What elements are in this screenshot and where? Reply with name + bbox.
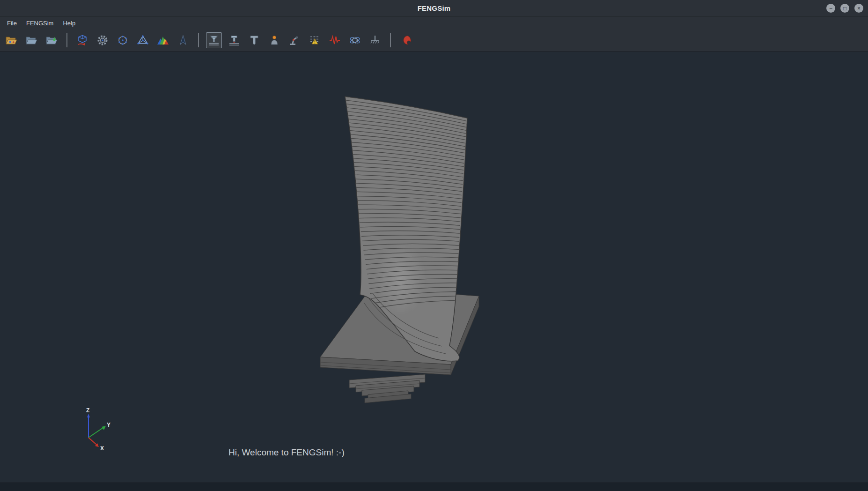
menu-fengsim[interactable]: FENGSim (22, 18, 58, 28)
robot-arm-icon (288, 34, 301, 46)
robot-icon (268, 34, 280, 46)
mesh-icon (117, 34, 129, 46)
status-bar (0, 483, 868, 491)
axis-x-label: X (100, 445, 104, 452)
maximize-button[interactable]: □ (840, 4, 849, 13)
postprocess-button[interactable] (155, 32, 171, 48)
toolbar-separator (390, 33, 391, 47)
axis-y-label: Y (107, 422, 110, 428)
robot-button[interactable] (266, 32, 282, 48)
toolbar-separator (198, 33, 199, 47)
mesh-button[interactable] (115, 32, 131, 48)
orbit-settings-button[interactable] (347, 32, 363, 48)
fem-icon (137, 34, 149, 46)
physics-icon (96, 34, 109, 46)
slicing-button[interactable] (206, 32, 222, 48)
support-icon (369, 34, 381, 46)
close-icon: × (857, 6, 861, 11)
save-project-icon (45, 34, 58, 46)
axis-z-label: Z (86, 407, 89, 414)
inspection-button[interactable] (307, 32, 323, 48)
open-model-button[interactable] (3, 32, 19, 48)
fem-button[interactable] (135, 32, 151, 48)
blade-root (349, 374, 425, 403)
slicing-icon (208, 34, 220, 46)
signal-icon (329, 34, 341, 46)
probe-button[interactable] (175, 32, 191, 48)
milling-icon (248, 34, 260, 46)
milling-button[interactable] (246, 32, 262, 48)
close-button[interactable]: × (854, 4, 863, 13)
menu-bar: File FENGSim Help (0, 17, 868, 29)
menu-help[interactable]: Help (59, 18, 80, 28)
viewport-canvas: Z Y X (0, 52, 868, 483)
3d-viewport[interactable]: Z Y X Hi, Welcome to FENGSim! :-) (0, 52, 868, 483)
tools-button[interactable] (398, 32, 414, 48)
physics-button[interactable] (95, 32, 110, 48)
maximize-icon: □ (843, 6, 846, 11)
window-title: FENGSim (418, 4, 451, 12)
axes-triad: Z Y X (86, 407, 110, 452)
save-project-button[interactable] (44, 32, 59, 48)
postprocess-icon (157, 34, 169, 46)
cad-icon (76, 34, 88, 46)
inspection-icon (309, 34, 321, 46)
open-project-button[interactable] (23, 32, 39, 48)
orbit-settings-icon (349, 34, 361, 46)
menu-file[interactable]: File (3, 18, 21, 28)
deposition-button[interactable] (226, 32, 242, 48)
welcome-message: Hi, Welcome to FENGSim! :-) (228, 447, 345, 458)
minimize-button[interactable]: − (826, 4, 835, 13)
toolbar (0, 29, 868, 52)
toolbar-separator (66, 33, 67, 47)
tools-icon (400, 34, 412, 46)
window-controls: − □ × (826, 0, 863, 16)
minimize-icon: − (829, 6, 832, 11)
open-project-icon (25, 34, 37, 46)
robot-arm-button[interactable] (287, 32, 302, 48)
title-bar: FENGSim − □ × (0, 0, 868, 17)
open-model-icon (5, 34, 17, 46)
support-button[interactable] (367, 32, 383, 48)
deposition-icon (228, 34, 240, 46)
probe-icon (177, 34, 189, 46)
signal-button[interactable] (327, 32, 343, 48)
cad-button[interactable] (74, 32, 90, 48)
turbine-blade-model[interactable] (320, 97, 479, 403)
